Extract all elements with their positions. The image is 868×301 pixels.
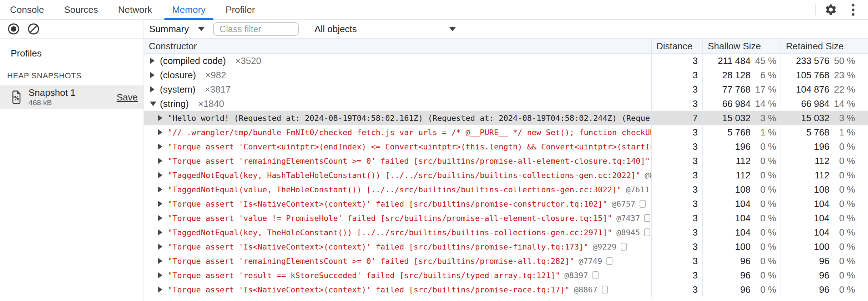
- table-row[interactable]: "TaggedNotEqual(key, HashTableHoleConsta…: [144, 168, 868, 182]
- grid-rows: (compiled code)×35203211 48445 %233 5765…: [144, 54, 868, 297]
- objects-filter-select[interactable]: All objects: [314, 24, 456, 35]
- constructor-cell: "Torque assert 'Is<NativeContext>(contex…: [144, 240, 651, 254]
- table-row[interactable]: (system)×3817377 76817 %104 87622 %: [144, 82, 868, 97]
- table-row[interactable]: "Hello world! (Requested at: 2024-08-19T…: [144, 111, 868, 125]
- constructor-name: (system): [160, 84, 196, 95]
- column-header-shallow-size[interactable]: Shallow Size: [702, 39, 781, 53]
- table-row[interactable]: "Torque assert 'result == kStoreSucceded…: [144, 268, 868, 282]
- more-options-kebab-icon[interactable]: [846, 3, 860, 17]
- profiles-sidebar: Profiles HEAP SNAPSHOTS % Snapshot 1 468…: [0, 20, 144, 301]
- expand-arrow-icon[interactable]: [158, 229, 164, 236]
- column-header-retained-size[interactable]: Retained Size: [781, 39, 868, 53]
- distance-cell: 3: [651, 68, 702, 82]
- objects-filter-value: All objects: [314, 24, 357, 35]
- shallow-size-cell: 211 48445 %: [702, 54, 781, 68]
- snapshot-list-item[interactable]: % Snapshot 1 468 kB Save: [0, 85, 143, 109]
- string-value: "TaggedNotEqual(key, TheHoleConstant()) …: [168, 228, 612, 237]
- column-header-distance[interactable]: Distance: [651, 39, 702, 53]
- table-row[interactable]: "Torque assert 'Convert<uintptr>(endInde…: [144, 139, 868, 154]
- reveal-object-icon[interactable]: [606, 257, 612, 265]
- tab-memory[interactable]: Memory: [162, 0, 216, 19]
- table-row[interactable]: (compiled code)×35203211 48445 %233 5765…: [144, 54, 868, 68]
- string-value: "Torque assert 'value != PromiseHole' fa…: [168, 214, 612, 223]
- object-id: @8: [645, 171, 651, 180]
- expand-arrow-icon[interactable]: [158, 258, 164, 264]
- table-row[interactable]: "// .wrangler/tmp/bundle-FmNIt0/checked-…: [144, 125, 868, 139]
- expand-arrow-icon[interactable]: [150, 86, 156, 93]
- column-header-constructor[interactable]: Constructor: [144, 39, 651, 53]
- instance-count: ×3817: [205, 84, 231, 95]
- expand-arrow-icon[interactable]: [158, 158, 164, 164]
- distance-cell: 3: [651, 54, 702, 68]
- reveal-object-icon[interactable]: [640, 200, 646, 208]
- table-row[interactable]: "Torque assert 'value != PromiseHole' fa…: [144, 211, 868, 225]
- reveal-object-icon[interactable]: [592, 271, 599, 279]
- retained-size-cell: 66 98414 %: [781, 97, 868, 111]
- expand-arrow-icon[interactable]: [150, 72, 156, 78]
- snapshot-save-link[interactable]: Save: [117, 92, 138, 103]
- distance-cell: 3: [651, 139, 702, 154]
- distance-cell: 3: [651, 154, 702, 168]
- tab-console[interactable]: Console: [0, 0, 54, 19]
- object-id: @7611: [626, 185, 650, 194]
- retained-size-cell: 5 7681 %: [781, 125, 868, 139]
- expand-arrow-icon[interactable]: [158, 186, 164, 193]
- object-id: @8397: [564, 271, 588, 280]
- chevron-down-icon: [198, 27, 205, 31]
- reveal-object-icon[interactable]: [602, 286, 608, 293]
- record-heap-snapshot-icon[interactable]: [6, 22, 21, 36]
- table-row[interactable]: (closure)×982328 1286 %105 76823 %: [144, 68, 868, 82]
- retained-size-cell: 15 0323 %: [781, 111, 868, 125]
- string-value: "Torque assert 'Is<NativeContext>(contex…: [168, 242, 589, 251]
- object-id: @7437: [616, 214, 640, 223]
- table-row[interactable]: "Torque assert 'remainingElementsCount >…: [144, 254, 868, 268]
- devtools-tabbar: Console Sources Network Memory Profiler: [0, 0, 868, 20]
- reveal-object-icon[interactable]: [644, 228, 650, 236]
- table-row[interactable]: (string)×1840366 98414 %66 98414 %: [144, 97, 868, 111]
- table-row[interactable]: "Torque assert 'Is<NativeContext>(contex…: [144, 240, 868, 254]
- tab-network[interactable]: Network: [108, 0, 162, 19]
- shallow-size-cell: 960 %: [702, 282, 781, 297]
- expand-arrow-icon[interactable]: [158, 286, 164, 293]
- distance-cell: 3: [651, 197, 702, 211]
- shallow-size-cell: 77 76817 %: [702, 82, 781, 97]
- expand-arrow-icon[interactable]: [158, 272, 164, 278]
- reveal-object-icon[interactable]: [644, 214, 650, 222]
- string-value: "Torque assert 'Convert<uintptr>(endInde…: [168, 142, 651, 151]
- table-row[interactable]: "Torque assert 'remainingElementsCount >…: [144, 154, 868, 168]
- shallow-size-cell: 960 %: [702, 268, 781, 282]
- perspective-select[interactable]: Summary: [149, 24, 205, 35]
- constructor-cell: (system)×3817: [144, 82, 651, 97]
- sidebar-toolbar: [0, 20, 143, 39]
- expand-arrow-icon[interactable]: [158, 129, 164, 135]
- instance-count: ×1840: [198, 98, 224, 109]
- constructor-cell: "Torque assert 'Is<NativeContext>(contex…: [144, 282, 651, 297]
- expand-arrow-icon[interactable]: [158, 243, 164, 250]
- table-row[interactable]: "Torque assert 'Is<NativeContext>(contex…: [144, 197, 868, 211]
- expand-arrow-icon[interactable]: [158, 172, 164, 178]
- tab-sources[interactable]: Sources: [54, 0, 108, 19]
- table-row[interactable]: "Torque assert 'Is<NativeContext>(contex…: [144, 282, 868, 297]
- class-filter-input[interactable]: [213, 22, 299, 36]
- string-value: "TaggedNotEqual(value, TheHoleConstant()…: [168, 185, 622, 194]
- expand-arrow-icon[interactable]: [150, 58, 156, 64]
- tab-profiler[interactable]: Profiler: [216, 0, 265, 19]
- constructor-cell: "Torque assert 'remainingElementsCount >…: [144, 254, 651, 268]
- clear-profiles-icon[interactable]: [26, 22, 41, 36]
- expand-arrow-icon[interactable]: [158, 201, 164, 207]
- constructor-name: (string): [160, 98, 189, 109]
- expand-arrow-icon[interactable]: [158, 115, 164, 121]
- table-row[interactable]: "TaggedNotEqual(value, TheHoleConstant()…: [144, 182, 868, 197]
- expand-arrow-icon[interactable]: [158, 215, 164, 221]
- constructor-cell: (string)×1840: [144, 97, 651, 111]
- string-value: "Torque assert 'Is<NativeContext>(contex…: [168, 285, 570, 294]
- collapse-arrow-icon[interactable]: [150, 102, 156, 106]
- settings-gear-icon[interactable]: [824, 3, 838, 17]
- perspective-select-value: Summary: [149, 24, 189, 35]
- table-row[interactable]: "TaggedNotEqual(key, TheHoleConstant()) …: [144, 225, 868, 240]
- expand-arrow-icon[interactable]: [158, 143, 164, 150]
- shallow-size-cell: 1960 %: [702, 139, 781, 154]
- distance-cell: 3: [651, 82, 702, 97]
- distance-cell: 3: [651, 211, 702, 225]
- reveal-object-icon[interactable]: [621, 243, 627, 251]
